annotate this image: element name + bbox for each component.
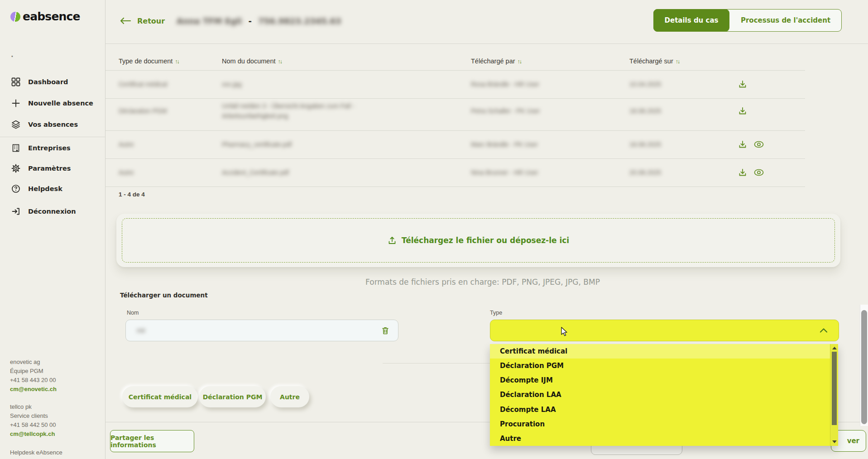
case-title: Anna TFM Egli - 756.9823.2345.63 [177,16,341,26]
sort-icon[interactable]: ↑↓ [278,58,282,65]
uploaded-by-blurred: Marc Brändle - PK User [471,141,538,148]
helpdesk-eabsence-link[interactable]: Helpdesk eAbsence [10,448,62,457]
doc-name-blurred: Accident_Certificate.pdf [222,169,289,176]
org2-name: tellco pk [10,402,56,411]
sidebar-item-vos-absences[interactable]: Vos absences [0,115,106,134]
save-button-visible-text: ver [847,437,859,445]
chip-autre[interactable]: Autre [270,386,309,407]
preview-eye-icon[interactable] [753,139,764,150]
name-value-blurred: mir [137,327,145,334]
case-title-separator: - [249,16,252,26]
case-name-blurred: Anna TFM Egli [177,16,242,26]
uploaded-on-blurred: 18.08.2025 [629,107,661,115]
back-button[interactable] [120,17,131,24]
column-header-uploaded-by[interactable]: Téléchargé par↑↓ [471,57,521,65]
sidebar-item-parametres[interactable]: Paramètres [0,159,106,177]
header-border [106,43,868,44]
chip-declaration-pgm[interactable]: Déclaration PGM [199,386,266,407]
org1-email-link[interactable]: cm@enovetic.ch [10,385,57,394]
option-declaration-pgm[interactable]: Déclaration PGM [490,359,838,373]
preview-eye-icon[interactable] [753,167,764,178]
dropdown-scrollbar-thumb[interactable] [832,352,837,425]
sidebar: eabsence . Dashboard Nouvelle absence [0,0,106,459]
dashboard-grid-icon [11,77,20,86]
column-header-name[interactable]: Nom du document↑↓ [222,57,282,65]
org2-email-link[interactable]: cm@tellcopk.ch [10,430,56,439]
sidebar-item-deconnexion[interactable]: Déconnexion [0,202,106,220]
sidebar-item-helpdesk[interactable]: Helpdesk [0,180,106,198]
formats-note: Formats de fichiers pris en charge: PDF,… [106,277,860,287]
pagination-label: 1 - 4 de 4 [119,191,145,198]
sidebar-item-nouvelle-absence[interactable]: Nouvelle absence [0,94,106,112]
page-scrollbar-thumb[interactable] [861,310,867,424]
building-icon [11,143,20,153]
scroll-up-arrow-icon[interactable] [832,347,837,349]
download-icon[interactable] [738,140,747,149]
chevron-up-icon [820,328,828,333]
option-decompte-ijm[interactable]: Décompte IJM [490,373,838,387]
name-input[interactable]: mir [125,320,398,341]
app-logo[interactable]: eabsence [10,10,80,23]
dropdown-scrollbar[interactable] [830,344,838,446]
uploaded-on-blurred: 18.08.2025 [629,141,661,148]
tab-details-du-cas[interactable]: Details du cas [653,9,729,32]
org2-phone: +41 58 442 50 00 [10,421,56,430]
sidebar-item-dashboard[interactable]: Dashboard [0,73,106,91]
case-tabs: Details du cas Processus de l'accident [653,9,842,32]
eabsence-app: eabsence . Dashboard Nouvelle absence [0,0,868,459]
org1-name: enovetic ag [10,358,57,367]
uploaded-by-blurred: Rosa Brändle - HR User [471,81,539,88]
sidebar-dot: . [11,51,14,59]
option-autre[interactable]: Autre [490,431,838,446]
sort-icon[interactable]: ↑↓ [676,58,680,65]
org1-team: Équipe PGM [10,367,57,376]
layers-icon [11,120,20,129]
doc-name-blurred: xxx.jpg [222,81,242,88]
uploaded-on-blurred: 20.08.2025 [629,169,661,176]
name-field-label: Nom [127,310,139,316]
sort-icon[interactable]: ↑↓ [175,58,179,65]
sidebar-divider [0,137,106,137]
upload-icon [388,236,397,245]
sort-icon[interactable]: ↑↓ [518,58,522,65]
uploaded-by-blurred: Nina Brunner - HR User [471,169,538,176]
sidebar-item-entreprises[interactable]: Entreprises [0,139,106,157]
column-header-type[interactable]: Type de document↑↓ [119,57,179,65]
scroll-down-arrow-icon[interactable] [832,440,837,443]
upload-card: Téléchargez le fichier ou déposez-le ici [116,214,840,267]
dropzone-label: Téléchargez le fichier ou déposez-le ici [402,236,569,245]
option-procuration[interactable]: Procuration [490,417,838,431]
org2-team: Service clients [10,411,56,421]
sidebar-footer-org2: tellco pk Service clients +41 58 442 50 … [10,402,56,439]
column-header-uploaded-on[interactable]: Téléchargé sur↑↓ [629,57,679,65]
share-information-button[interactable]: Partager les informations [110,430,194,452]
doc-type-blurred: Certificat médical [119,81,167,88]
option-certificat-medical[interactable]: Certificat médical [490,344,838,359]
logout-icon [11,207,20,216]
type-select[interactable] [490,320,839,341]
plus-icon [11,99,20,108]
doc-type-blurred: Déclaration PGM [119,107,167,115]
file-dropzone[interactable]: Téléchargez le fichier ou déposez-le ici [122,218,835,263]
back-arrow-icon [120,17,131,24]
option-declaration-laa[interactable]: Déclaration LAA [490,387,838,402]
download-icon[interactable] [738,106,747,115]
question-circle-icon [11,184,20,193]
trash-icon[interactable] [381,326,390,335]
tab-processus-accident[interactable]: Processus de l'accident [730,10,841,31]
doc-type-blurred: Autre [119,141,134,148]
gear-icon [11,164,20,173]
option-decompte-laa[interactable]: Décompte LAA [490,402,838,417]
page-scrollbar-track[interactable] [860,305,868,426]
type-field-label: Type [490,310,502,316]
logo-icon [10,12,20,22]
download-icon[interactable] [738,80,747,89]
back-label[interactable]: Retour [137,17,165,25]
doc-name-blurred: Unfall melden 3 - Übersicht Angaben zum … [222,101,355,121]
form-divider [383,363,490,363]
download-icon[interactable] [738,168,747,177]
chip-certificat-medical[interactable]: Certificat médical [122,386,198,407]
uploaded-on-blurred: 10.04.2025 [629,81,661,88]
doc-type-blurred: Autre [119,169,134,176]
org1-phone: +41 58 443 20 00 [10,376,57,385]
